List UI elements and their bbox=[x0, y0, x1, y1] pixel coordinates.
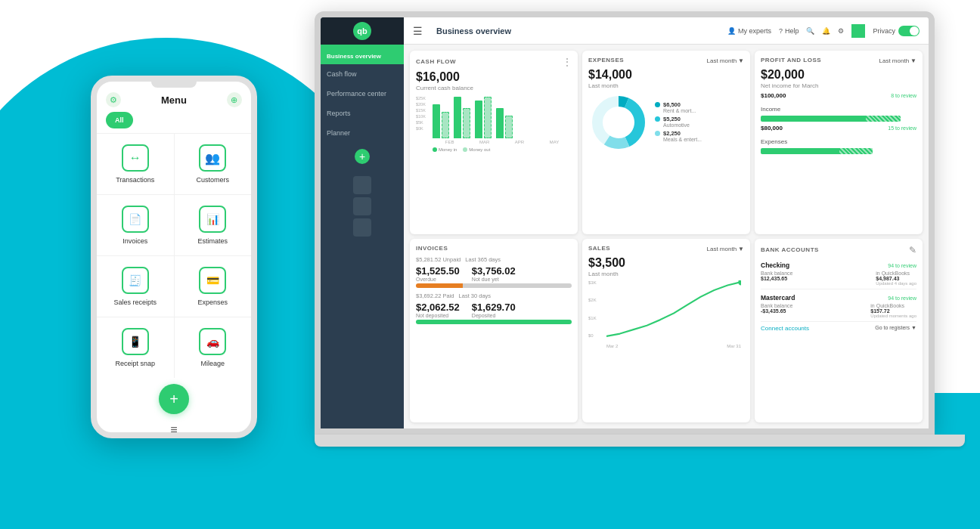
bar-chart bbox=[433, 94, 572, 140]
laptop: qb Business overview Cash flow Performan… bbox=[315, 11, 965, 480]
sidebar-add-button[interactable]: + bbox=[355, 149, 370, 164]
sales-period-selector[interactable]: Last month ▼ bbox=[707, 246, 745, 252]
phone-menu-title: Menu bbox=[161, 94, 187, 106]
income-review-link[interactable]: 8 to review bbox=[891, 93, 916, 98]
grid-item-estimates[interactable]: 📊 Estimates bbox=[175, 195, 252, 255]
grid-item-expenses[interactable]: 💳 Expenses bbox=[175, 256, 252, 317]
laptop-screen: qb Business overview Cash flow Performan… bbox=[315, 11, 935, 435]
grid-item-transactions[interactable]: ↔ Transactions bbox=[97, 134, 174, 194]
fab-button[interactable]: + bbox=[159, 384, 189, 414]
sales-y-1k: $1K bbox=[588, 316, 597, 320]
invoices-amounts: $1,525.50 Overdue $3,756.02 Not due yet bbox=[416, 265, 572, 282]
sidebar-logo: qb bbox=[321, 17, 404, 45]
sidebar-item-business-overview[interactable]: Business overview bbox=[321, 45, 404, 64]
expenses-card: EXPENSES Last month ▼ $14,000 Last month bbox=[582, 51, 750, 234]
phone-add-icon[interactable]: ⊕ bbox=[227, 92, 242, 107]
checking-bank-balance: Bank balance $12,435.65 bbox=[761, 271, 792, 286]
help-button[interactable]: ? Help bbox=[779, 27, 799, 35]
invoices-progress-bar bbox=[416, 283, 572, 288]
not-deposited-group: $2,062.52 Not deposited bbox=[416, 302, 460, 318]
grid-item-customers[interactable]: 👥 Customers bbox=[175, 134, 252, 194]
sales-title: SALES bbox=[588, 245, 610, 252]
search-button[interactable]: 🔍 bbox=[806, 27, 814, 35]
dashboard-grid: CASH FLOW ⋮ $16,000 Current cash balance… bbox=[404, 45, 929, 428]
notdue-bar bbox=[463, 283, 572, 288]
donut-item-1: $6,500 Rent & mort... bbox=[655, 101, 744, 113]
privacy-switch[interactable] bbox=[898, 26, 920, 36]
legend-dot-out bbox=[463, 147, 467, 152]
bank-accounts-title: BANK ACCOUNTS bbox=[761, 246, 819, 253]
grid-item-receipt-snap[interactable]: 📱 Receipt snap bbox=[97, 317, 174, 378]
income-bar-stripe bbox=[866, 116, 901, 122]
cash-flow-menu[interactable]: ⋮ bbox=[563, 57, 572, 67]
invoices-icon: 📄 bbox=[122, 206, 149, 233]
phone-settings-icon[interactable]: ⚙ bbox=[106, 92, 121, 107]
expenses-sub: Last month bbox=[588, 82, 744, 89]
grid-item-mileage[interactable]: 🚗 Mileage bbox=[175, 317, 252, 378]
expenses-title: EXPENSES bbox=[588, 57, 624, 63]
bar-may-in bbox=[496, 108, 504, 138]
pl-amount: $20,000 bbox=[761, 68, 916, 82]
sidebar-icon-chart[interactable] bbox=[353, 197, 371, 215]
privacy-toggle[interactable]: Privacy bbox=[873, 26, 920, 36]
laptop-base bbox=[315, 435, 965, 447]
sales-sub: Last month bbox=[588, 271, 744, 277]
topnav-actions: 👤 My experts ? Help 🔍 🔔 ⚙ Privacy bbox=[727, 24, 920, 38]
sales-y-0: $0 bbox=[588, 333, 597, 338]
bar-group-apr bbox=[475, 97, 492, 138]
donut-dot-3 bbox=[655, 131, 660, 136]
sidebar-item-performance[interactable]: Performance center bbox=[321, 84, 404, 104]
donut-legend: $6,500 Rent & mort... $5,250 Automotive bbox=[655, 101, 744, 144]
expenses-period-selector[interactable]: Last month ▼ bbox=[707, 57, 745, 64]
expenses-amount: $14,000 bbox=[588, 68, 744, 82]
sales-chart-area: $3K $2K $1K $0 bbox=[588, 280, 744, 348]
grid-item-invoices[interactable]: 📄 Invoices bbox=[97, 195, 174, 255]
deposited-group: $1,629.70 Deposited bbox=[472, 302, 516, 318]
my-experts-button[interactable]: 👤 My experts bbox=[727, 27, 771, 35]
phone-filter: All bbox=[97, 109, 251, 133]
sales-receipts-icon: 🧾 bbox=[122, 267, 149, 294]
bar-feb-out bbox=[442, 112, 449, 138]
expenses-icon: 💳 bbox=[199, 267, 226, 294]
connect-accounts-link[interactable]: Connect accounts bbox=[761, 325, 809, 332]
sidebar-item-reports[interactable]: Reports bbox=[321, 104, 404, 123]
mileage-icon: 🚗 bbox=[199, 328, 226, 355]
sidebar-item-cash-flow[interactable]: Cash flow bbox=[321, 64, 404, 84]
mastercard-review-link[interactable]: 94 to review bbox=[888, 295, 916, 301]
bar-mar-in bbox=[454, 97, 461, 138]
hamburger-icon[interactable]: ☰ bbox=[413, 25, 423, 37]
avatar bbox=[851, 24, 865, 38]
sidebar-icon-gear[interactable] bbox=[353, 218, 371, 237]
sidebar-item-planner[interactable]: Planner bbox=[321, 123, 404, 143]
expenses-bar bbox=[761, 148, 873, 154]
settings-button[interactable]: ⚙ bbox=[838, 27, 844, 35]
donut-item-2: $5,250 Automotive bbox=[655, 116, 744, 128]
sales-x-mar2: Mar 2 bbox=[606, 344, 618, 348]
x-label-feb: FEB bbox=[445, 140, 454, 144]
pl-section: $100,000 8 to review Income $80 bbox=[761, 92, 916, 154]
deposited-bar bbox=[416, 320, 572, 324]
checking-review-link[interactable]: 94 to review bbox=[888, 263, 916, 268]
go-registers-link[interactable]: Go to registers ▼ bbox=[875, 325, 916, 332]
invoice-overdue-group: $1,525.50 Overdue bbox=[416, 265, 460, 282]
donut-item-3: $2,250 Meals & entert... bbox=[655, 130, 744, 142]
qb-logo-icon: qb bbox=[353, 22, 371, 40]
sales-card: SALES Last month ▼ $3,500 Last month $3K bbox=[582, 239, 750, 422]
sidebar-icon-home[interactable] bbox=[353, 176, 371, 194]
phone-header: ⚙ Menu ⊕ bbox=[97, 88, 251, 109]
notifications-button[interactable]: 🔔 bbox=[822, 27, 830, 35]
expenses-review-link[interactable]: 15 to review bbox=[888, 125, 916, 131]
sales-amount: $3,500 bbox=[588, 256, 744, 270]
expenses-bar-stripe bbox=[839, 148, 873, 154]
estimates-icon: 📊 bbox=[199, 206, 226, 233]
grid-item-sales-receipts[interactable]: 🧾 Sales receipts bbox=[97, 256, 174, 317]
pl-period-selector[interactable]: Last month ▼ bbox=[879, 57, 917, 64]
cash-flow-title: CASH FLOW bbox=[416, 58, 456, 65]
bar-group-mar bbox=[454, 97, 470, 138]
sales-x-mar31: Mar 31 bbox=[727, 344, 741, 348]
checking-qb-balance: in QuickBooks $4,987.43 Updated 4 days a… bbox=[876, 271, 916, 286]
filter-all-btn[interactable]: All bbox=[106, 112, 133, 128]
bank-edit-icon[interactable]: ✎ bbox=[909, 245, 916, 255]
transactions-icon: ↔ bbox=[122, 144, 149, 172]
mastercard-qb-balance: in QuickBooks $157.72 Updated moments ag… bbox=[870, 303, 916, 318]
